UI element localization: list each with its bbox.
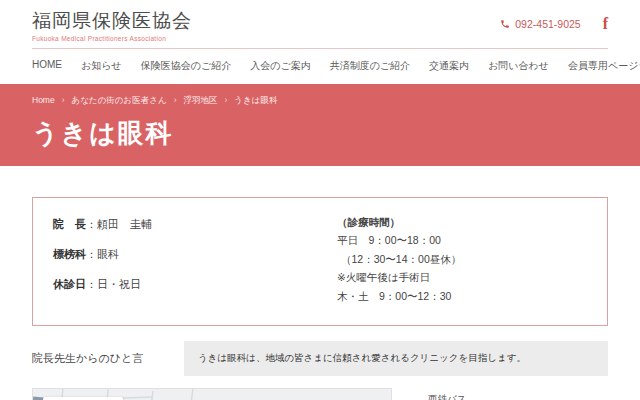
clinic-info-box: 院 長：頼田 圭輔 標榜科：眼科 休診日：日・祝日 （診療時間） 平日 9：00… — [32, 197, 608, 326]
director-value: 頼田 圭輔 — [97, 218, 152, 230]
breadcrumb-district[interactable]: 浮羽地区 — [167, 95, 218, 107]
page-title: うきは眼科 — [32, 116, 608, 151]
info-row-department: 標榜科：眼科 — [53, 247, 337, 262]
map[interactable]: 吉井町生葉 81 151 386 マップで開く — [32, 388, 392, 400]
closed-days-label: 休診日 — [53, 278, 86, 290]
info-row-closed-days: 休診日：日・祝日 — [53, 277, 337, 292]
director-comment-section: 院長先生からのひと言 うきは眼科は、地域の皆さまに信頼され愛されるクリニックを目… — [32, 341, 608, 376]
nav-item-about[interactable]: 保険医協会のご紹介 — [141, 59, 231, 73]
nav-item-contact[interactable]: お問い合わせ — [488, 59, 549, 73]
nav-item-news[interactable]: お知らせ — [81, 59, 122, 73]
nav-item-join[interactable]: 入会のご案内 — [250, 59, 310, 73]
phone-icon — [500, 19, 510, 29]
main-nav: HOME お知らせ 保険医協会のご紹介 入会のご案内 共済制度のご紹介 交通案内… — [32, 49, 608, 84]
phone-number[interactable]: 092-451-9025 — [500, 18, 580, 30]
nav-item-access[interactable]: 交通案内 — [429, 59, 469, 73]
breadcrumb-home[interactable]: Home — [32, 95, 55, 107]
main-content: 院 長：頼田 圭輔 標榜科：眼科 休診日：日・祝日 （診療時間） 平日 9：00… — [0, 197, 640, 400]
header: 福岡県保険医協会 Fukuoka Medical Practitioners A… — [0, 0, 640, 84]
page-hero: Home あなたの街のお医者さん 浮羽地区 うきは眼科 うきは眼科 — [0, 84, 640, 166]
bus-company: 西鉄バス — [428, 391, 529, 400]
hours-thu-sat: 木・土 9：00〜12：30 — [337, 287, 587, 305]
logo-subtitle: Fukuoka Medical Practitioners Associatio… — [32, 35, 192, 42]
nav-item-mutual-aid[interactable]: 共済制度のご紹介 — [330, 59, 410, 73]
access-section: 吉井町生葉 81 151 386 マップで開く — [32, 388, 608, 400]
department-label: 標榜科 — [53, 248, 86, 260]
hours-weekday: 平日 9：00〜18：00 — [337, 231, 587, 249]
facebook-icon[interactable]: f — [603, 16, 608, 32]
logo[interactable]: 福岡県保険医協会 Fukuoka Medical Practitioners A… — [32, 8, 192, 42]
access-info: 西鉄バス 竹重バス停より徒歩5分 駐車場：あり（20台） — [428, 388, 529, 400]
hours-note: ※火曜午後は手術日 — [337, 268, 587, 286]
breadcrumb: Home あなたの街のお医者さん 浮羽地区 うきは眼科 — [32, 95, 608, 107]
nav-item-home[interactable]: HOME — [32, 59, 62, 73]
director-label: 院 長 — [53, 218, 86, 230]
clinic-hours: （診療時間） 平日 9：00〜18：00 （12：30〜14：00昼休） ※火曜… — [337, 213, 587, 307]
breadcrumb-doctors[interactable]: あなたの街のお医者さん — [55, 95, 167, 107]
info-row-director: 院 長：頼田 圭輔 — [53, 217, 337, 232]
page: 福岡県保険医協会 Fukuoka Medical Practitioners A… — [0, 0, 640, 400]
closed-days-value: 日・祝日 — [97, 278, 141, 290]
phone-number-text: 092-451-9025 — [515, 18, 580, 30]
hours-title: （診療時間） — [337, 213, 587, 231]
nav-item-members[interactable]: 会員専用ページ — [568, 59, 638, 73]
comment-text: うきは眼科は、地域の皆さまに信頼され愛されるクリニックを目指します。 — [184, 341, 608, 376]
hours-lunch-break: （12：30〜14：00昼休） — [337, 250, 587, 268]
department-value: 眼科 — [97, 248, 119, 260]
breadcrumb-current: うきは眼科 — [217, 95, 277, 107]
logo-title: 福岡県保険医協会 — [32, 8, 192, 34]
comment-heading: 院長先生からのひと言 — [32, 341, 184, 366]
